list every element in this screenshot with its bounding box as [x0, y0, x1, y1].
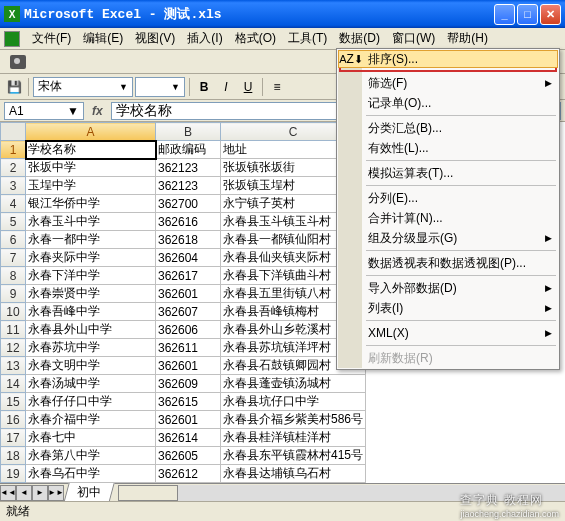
cell[interactable]: 邮政编码 [156, 141, 221, 159]
menu-item[interactable]: 记录单(O)... [338, 93, 558, 113]
cell[interactable]: 永春县坑仔口中学 [221, 393, 366, 411]
menu-format[interactable]: 格式(O) [229, 28, 282, 49]
maximize-button[interactable]: □ [517, 4, 538, 25]
menu-insert[interactable]: 插入(I) [181, 28, 228, 49]
cell[interactable]: 362609 [156, 375, 221, 393]
cell[interactable]: 张坂中学 [26, 159, 156, 177]
cell[interactable]: 永春一都中学 [26, 231, 156, 249]
cell[interactable]: 永春下洋中学 [26, 267, 156, 285]
cell[interactable]: 362123 [156, 159, 221, 177]
underline-button[interactable]: U [238, 77, 258, 97]
menu-help[interactable]: 帮助(H) [441, 28, 494, 49]
tab-nav-next[interactable]: ► [32, 485, 48, 501]
menu-edit[interactable]: 编辑(E) [77, 28, 129, 49]
cell[interactable]: 362616 [156, 213, 221, 231]
cell[interactable]: 362607 [156, 303, 221, 321]
tab-nav-first[interactable]: ◄◄ [0, 485, 16, 501]
cell[interactable]: 362601 [156, 357, 221, 375]
menu-item[interactable]: 筛选(F)▶ [338, 73, 558, 93]
menu-item[interactable]: AZ⬇排序(S)... [338, 50, 558, 68]
row-header[interactable]: 8 [1, 267, 26, 285]
italic-button[interactable]: I [216, 77, 236, 97]
cell[interactable]: 永春介福中学 [26, 411, 156, 429]
menu-item[interactable]: 有效性(L)... [338, 138, 558, 158]
row-header[interactable]: 19 [1, 465, 26, 483]
cell[interactable]: 玉埕中学 [26, 177, 156, 195]
menu-item[interactable]: 模拟运算表(T)... [338, 163, 558, 183]
row-header[interactable]: 5 [1, 213, 26, 231]
fx-icon[interactable]: fx [88, 104, 107, 118]
menu-view[interactable]: 视图(V) [129, 28, 181, 49]
tab-nav-prev[interactable]: ◄ [16, 485, 32, 501]
cell[interactable]: 永春县达埔镇乌石村 [221, 465, 366, 483]
row-header[interactable]: 17 [1, 429, 26, 447]
row-header[interactable]: 14 [1, 375, 26, 393]
cell[interactable]: 学校名称 [26, 141, 156, 159]
menu-item[interactable]: 组及分级显示(G)▶ [338, 228, 558, 248]
row-header[interactable]: 12 [1, 339, 26, 357]
row-header[interactable]: 11 [1, 321, 26, 339]
row-header[interactable]: 13 [1, 357, 26, 375]
select-all-corner[interactable] [1, 123, 26, 141]
save-button[interactable]: 💾 [4, 77, 24, 97]
menu-item[interactable]: 分列(E)... [338, 188, 558, 208]
col-header-a[interactable]: A [26, 123, 156, 141]
row-header[interactable]: 2 [1, 159, 26, 177]
cell[interactable]: 永春苏坑中学 [26, 339, 156, 357]
menu-item[interactable]: 数据透视表和数据透视图(P)... [338, 253, 558, 273]
cell[interactable]: 362700 [156, 195, 221, 213]
cell[interactable]: 永春县东平镇霞林村415号 [221, 447, 366, 465]
cell[interactable]: 永春文明中学 [26, 357, 156, 375]
sheet-tab[interactable]: 初中 [63, 483, 114, 503]
cell[interactable]: 永春第八中学 [26, 447, 156, 465]
horizontal-scrollbar[interactable] [118, 485, 565, 501]
col-header-b[interactable]: B [156, 123, 221, 141]
cell[interactable]: 362618 [156, 231, 221, 249]
cell[interactable]: 362123 [156, 177, 221, 195]
cell[interactable]: 永春县桂洋镇桂洋村 [221, 429, 366, 447]
cell[interactable]: 362615 [156, 393, 221, 411]
cell[interactable]: 永春七中 [26, 429, 156, 447]
cell[interactable]: 362601 [156, 411, 221, 429]
cell[interactable]: 永春吾峰中学 [26, 303, 156, 321]
cell[interactable]: 362612 [156, 465, 221, 483]
menu-item[interactable]: XML(X)▶ [338, 323, 558, 343]
cell[interactable]: 永春仔仔口中学 [26, 393, 156, 411]
menu-tools[interactable]: 工具(T) [282, 28, 333, 49]
menu-item[interactable]: 合并计算(N)... [338, 208, 558, 228]
row-header[interactable]: 10 [1, 303, 26, 321]
cell[interactable]: 362604 [156, 249, 221, 267]
menu-item[interactable]: 列表(I)▶ [338, 298, 558, 318]
row-header[interactable]: 18 [1, 447, 26, 465]
cell[interactable]: 永春汤城中学 [26, 375, 156, 393]
cell[interactable]: 永春县蓬壶镇汤城村 [221, 375, 366, 393]
row-header[interactable]: 1 [1, 141, 26, 159]
cell[interactable]: 永春夹际中学 [26, 249, 156, 267]
cell[interactable]: 永春县外山中学 [26, 321, 156, 339]
cell[interactable]: 永春乌石中学 [26, 465, 156, 483]
menu-item[interactable]: 分类汇总(B)... [338, 118, 558, 138]
row-header[interactable]: 16 [1, 411, 26, 429]
name-box[interactable]: A1 ▼ [4, 102, 84, 120]
cell[interactable]: 永春玉斗中学 [26, 213, 156, 231]
cell[interactable]: 362605 [156, 447, 221, 465]
menu-data[interactable]: 数据(D) [333, 28, 386, 49]
menu-item[interactable]: 导入外部数据(D)▶ [338, 278, 558, 298]
cell[interactable]: 永春县介福乡紫美村586号 [221, 411, 366, 429]
row-header[interactable]: 4 [1, 195, 26, 213]
row-header[interactable]: 3 [1, 177, 26, 195]
cell[interactable]: 362614 [156, 429, 221, 447]
menu-file[interactable]: 文件(F) [26, 28, 77, 49]
align-left-button[interactable]: ≡ [267, 77, 287, 97]
fontsize-selector[interactable]: ▼ [135, 77, 185, 97]
cell[interactable]: 362611 [156, 339, 221, 357]
cell[interactable]: 永春崇贤中学 [26, 285, 156, 303]
cell[interactable]: 362601 [156, 285, 221, 303]
menu-window[interactable]: 窗口(W) [386, 28, 441, 49]
row-header[interactable]: 6 [1, 231, 26, 249]
bold-button[interactable]: B [194, 77, 214, 97]
camera-icon[interactable] [10, 55, 26, 69]
row-header[interactable]: 7 [1, 249, 26, 267]
row-header[interactable]: 15 [1, 393, 26, 411]
tab-nav-last[interactable]: ►► [48, 485, 64, 501]
